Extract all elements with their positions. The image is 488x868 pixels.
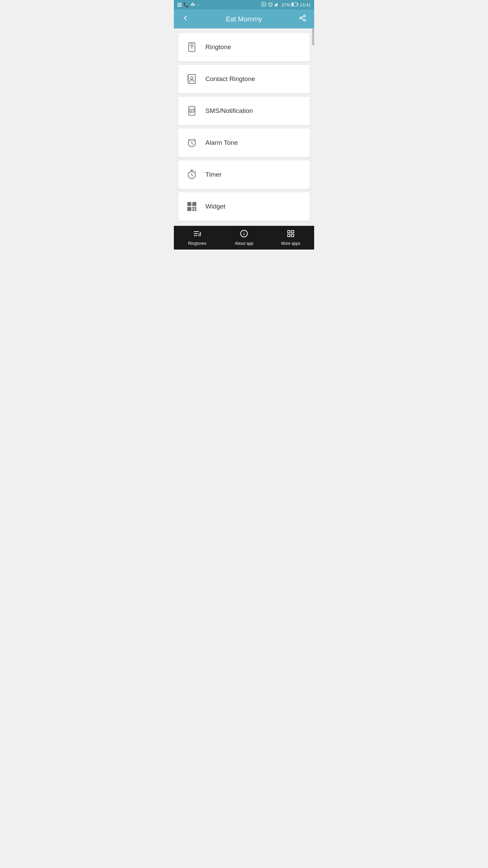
alarm-tone-item[interactable]: Alarm Tone bbox=[178, 128, 310, 157]
gallery-icon: 🖼 bbox=[177, 2, 182, 7]
content-area bbox=[174, 225, 314, 226]
status-bar: 🖼 📞 ··· 27% bbox=[174, 0, 314, 9]
grid-icon bbox=[287, 230, 295, 240]
ringtone-item[interactable]: Ringtone bbox=[178, 33, 310, 62]
svg-rect-36 bbox=[195, 207, 196, 209]
back-button[interactable] bbox=[179, 14, 191, 24]
svg-rect-38 bbox=[195, 209, 196, 211]
toolbar: Eat Mommy bbox=[174, 9, 314, 28]
svg-rect-32 bbox=[187, 202, 191, 206]
battery-icon bbox=[291, 2, 298, 7]
svg-line-44 bbox=[200, 232, 201, 233]
about-nav-label: About app bbox=[235, 241, 253, 246]
bottom-nav-more-apps[interactable]: More apps bbox=[267, 227, 314, 249]
svg-rect-51 bbox=[291, 234, 294, 237]
bottom-nav-about[interactable]: About app bbox=[221, 227, 267, 249]
timer-icon bbox=[185, 168, 199, 181]
svg-rect-37 bbox=[192, 209, 194, 211]
phone-bell-icon bbox=[185, 40, 199, 54]
svg-rect-50 bbox=[288, 234, 290, 237]
svg-rect-8 bbox=[298, 3, 299, 5]
svg-rect-9 bbox=[292, 3, 293, 5]
alarm-tone-label: Alarm Tone bbox=[205, 139, 238, 146]
timer-label: Timer bbox=[205, 171, 222, 178]
share-button[interactable] bbox=[297, 14, 309, 24]
svg-line-31 bbox=[195, 171, 196, 172]
svg-rect-35 bbox=[192, 207, 194, 209]
menu-list: Ringtone Contact Ringtone bbox=[174, 28, 314, 225]
svg-point-42 bbox=[199, 234, 201, 236]
svg-rect-2 bbox=[274, 4, 275, 6]
widget-item[interactable]: Widget bbox=[178, 192, 310, 221]
signal-icon bbox=[274, 2, 280, 7]
svg-point-17 bbox=[191, 47, 192, 48]
time-display: 13:41 bbox=[300, 2, 311, 7]
widget-label: Widget bbox=[205, 203, 225, 210]
svg-rect-3 bbox=[276, 4, 277, 6]
alarm-status-icon bbox=[268, 2, 273, 8]
more-icon: ··· bbox=[197, 2, 201, 7]
ringtone-label: Ringtone bbox=[205, 43, 231, 51]
bottom-nav-ringtones[interactable]: Ringtones bbox=[174, 227, 221, 249]
sms-notification-item[interactable]: SMS/Notification bbox=[178, 96, 310, 125]
alarm-icon bbox=[185, 136, 199, 150]
add-icon bbox=[261, 2, 266, 8]
svg-line-13 bbox=[302, 18, 304, 20]
info-circle-icon bbox=[240, 230, 248, 240]
svg-rect-6 bbox=[279, 4, 280, 6]
scroll-indicator bbox=[312, 28, 314, 45]
svg-rect-5 bbox=[278, 4, 279, 6]
contact-icon bbox=[185, 72, 199, 86]
list-music-icon bbox=[193, 230, 201, 240]
widget-icon bbox=[185, 200, 199, 213]
svg-line-14 bbox=[302, 16, 304, 18]
contact-ringtone-item[interactable]: Contact Ringtone bbox=[178, 64, 310, 94]
svg-rect-34 bbox=[187, 207, 191, 211]
sms-notification-label: SMS/Notification bbox=[205, 107, 253, 115]
scroll-container: Ringtone Contact Ringtone bbox=[174, 28, 314, 226]
call-icon: 📞 bbox=[183, 2, 189, 7]
svg-rect-49 bbox=[291, 231, 294, 233]
svg-rect-4 bbox=[277, 3, 278, 6]
dropbox-icon bbox=[190, 2, 195, 8]
status-right-icons: 27% 13:41 bbox=[261, 2, 311, 8]
svg-rect-48 bbox=[288, 231, 290, 233]
more-apps-nav-label: More apps bbox=[281, 241, 301, 246]
status-left-icons: 🖼 📞 ··· bbox=[177, 2, 201, 8]
bottom-nav: Ringtones About app More apps bbox=[174, 226, 314, 250]
timer-item[interactable]: Timer bbox=[178, 160, 310, 189]
svg-rect-33 bbox=[192, 202, 196, 206]
battery-percent: 27% bbox=[281, 2, 290, 7]
svg-point-19 bbox=[190, 77, 193, 79]
sms-icon bbox=[185, 104, 199, 118]
ringtones-nav-label: Ringtones bbox=[188, 241, 206, 246]
contact-ringtone-label: Contact Ringtone bbox=[205, 75, 255, 83]
page-title: Eat Mommy bbox=[191, 15, 297, 23]
